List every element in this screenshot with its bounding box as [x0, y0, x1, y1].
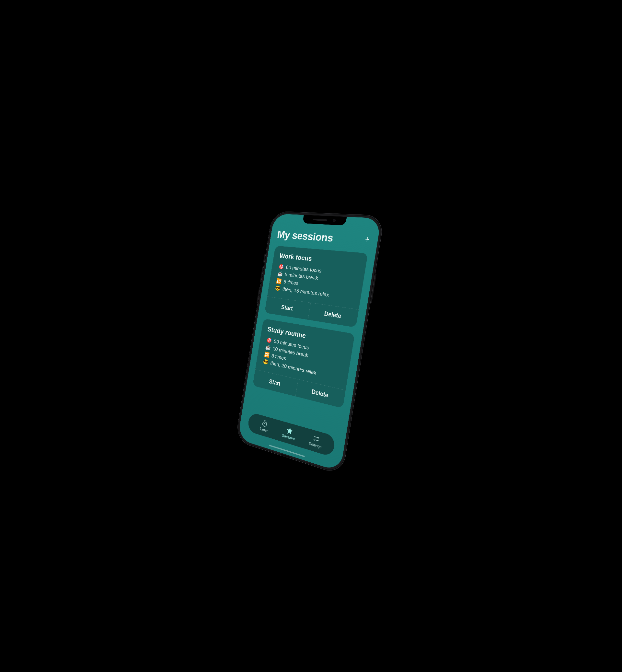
page-title: My sessions	[276, 228, 334, 244]
cool-icon: 😎	[263, 359, 269, 365]
phone-mockup: My sessions + Work focus 🎯	[235, 211, 384, 476]
nav-settings[interactable]: Settings	[306, 433, 326, 450]
delete-button[interactable]: Delete	[295, 379, 345, 408]
nav-sessions-label: Sessions	[281, 433, 296, 442]
app-screen: My sessions + Work focus 🎯	[238, 213, 381, 472]
nav-sessions[interactable]: Sessions	[280, 425, 299, 442]
svg-point-2	[317, 437, 319, 438]
svg-point-3	[314, 439, 315, 441]
add-session-button[interactable]: +	[364, 234, 371, 244]
session-card: Study routine 🎯 50 minutes focus ☕ 10 mi…	[253, 318, 355, 408]
repeat-icon: 🔁	[276, 278, 282, 283]
plus-icon: +	[364, 235, 370, 244]
nav-settings-label: Settings	[308, 441, 322, 449]
svg-point-0	[263, 422, 267, 427]
delete-button[interactable]: Delete	[308, 303, 358, 328]
svg-marker-1	[287, 427, 292, 435]
star-icon	[286, 427, 293, 435]
session-relax-text: then, 15 minutes relax	[282, 286, 330, 298]
target-icon: 🎯	[278, 264, 284, 269]
repeat-icon: 🔁	[264, 351, 270, 358]
coffee-icon: ☕	[265, 344, 271, 350]
sliders-icon	[312, 434, 320, 443]
cool-icon: 😎	[275, 285, 281, 291]
target-icon: 🎯	[266, 337, 272, 343]
session-card: Work focus 🎯 60 minutes focus ☕ 5 minute…	[264, 245, 368, 327]
coffee-icon: ☕	[277, 271, 283, 276]
stopwatch-icon	[262, 419, 268, 428]
nav-timer[interactable]: Timer	[255, 418, 274, 435]
session-repeat-text: 5 times	[283, 279, 299, 286]
